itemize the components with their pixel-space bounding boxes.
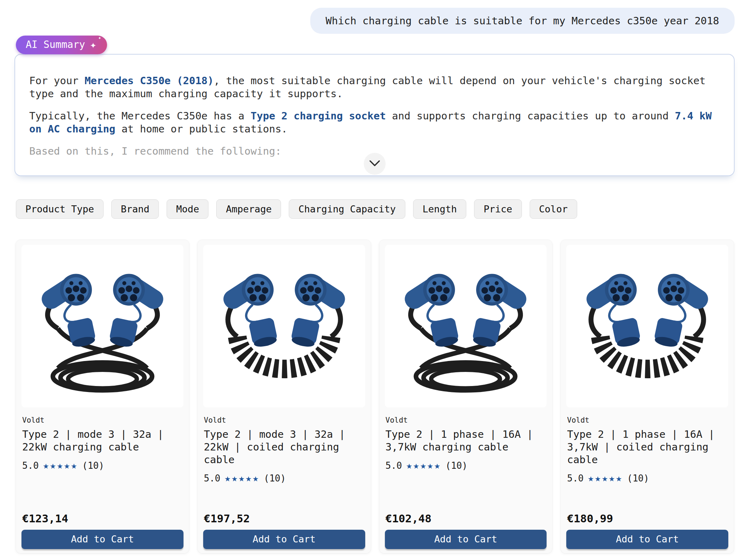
product-title: Type 2 | 1 phase | 16A | 3,7kW charging …: [386, 428, 547, 453]
review-count: (10): [82, 460, 104, 471]
add-to-cart-button[interactable]: Add to Cart: [566, 530, 728, 549]
filter-charging-capacity[interactable]: Charging Capacity: [289, 199, 405, 219]
product-title: Type 2 | mode 3 | 32a | 22kW charging ca…: [22, 428, 183, 453]
user-message-bubble: Which charging cable is suitable for my …: [310, 8, 735, 34]
product-card[interactable]: Voldt Type 2 | 1 phase | 16A | 3,7kW | c…: [561, 240, 734, 553]
product-card[interactable]: Voldt Type 2 | 1 phase | 16A | 3,7kW cha…: [379, 240, 553, 553]
product-rating: 5.0 ★★★★★ (10): [567, 472, 728, 484]
type2-ev-charging-cable-loop: [385, 245, 547, 407]
ai-summary-paragraph: Typically, the Mercedes C350e has a Type…: [29, 110, 720, 136]
type2-ev-charging-cable-spiral: [203, 245, 365, 407]
review-count: (10): [627, 473, 649, 484]
ai-summary-badge-label: AI Summary: [26, 39, 85, 50]
product-price: €180,99: [567, 502, 728, 525]
product-brand: Voldt: [386, 416, 547, 424]
star-rating-icon: ★★★★★: [588, 472, 623, 484]
review-count: (10): [264, 473, 286, 484]
product-brand: Voldt: [567, 416, 728, 424]
type2-ev-charging-cable-spiral: [566, 245, 728, 407]
sparkles-icon: ✦✦: [90, 39, 96, 50]
product-brand: Voldt: [204, 416, 365, 424]
product-price: €123,14: [22, 502, 183, 525]
review-count: (10): [445, 460, 468, 471]
ai-summary-badge: AI Summary ✦✦: [16, 36, 107, 54]
product-title: Type 2 | 1 phase | 16A | 3,7kW | coiled …: [567, 428, 728, 466]
rating-value: 5.0: [22, 460, 39, 471]
chat-row: Which charging cable is suitable for my …: [0, 0, 748, 34]
filter-brand[interactable]: Brand: [111, 199, 159, 219]
ai-summary-paragraphs: For your Mercedes C350e (2018), the most…: [29, 74, 720, 136]
filter-mode[interactable]: Mode: [167, 199, 208, 219]
filter-bar: Product TypeBrandModeAmperageCharging Ca…: [16, 199, 748, 219]
filter-product-type[interactable]: Product Type: [16, 199, 104, 219]
star-rating-icon: ★★★★★: [225, 472, 260, 484]
ai-summary-box: For your Mercedes C350e (2018), the most…: [14, 54, 735, 176]
rating-value: 5.0: [386, 460, 402, 471]
rating-value: 5.0: [567, 473, 584, 484]
product-title: Type 2 | mode 3 | 32a | 22kW | coiled ch…: [204, 428, 365, 466]
product-rating: 5.0 ★★★★★ (10): [204, 472, 365, 484]
type2-ev-charging-cable-loop: [21, 245, 183, 407]
filter-price[interactable]: Price: [474, 199, 522, 219]
product-rating: 5.0 ★★★★★ (10): [386, 460, 547, 471]
product-price: €102,48: [386, 502, 547, 525]
filter-amperage[interactable]: Amperage: [216, 199, 281, 219]
filter-color[interactable]: Color: [530, 199, 577, 219]
product-price: €197,52: [204, 502, 365, 525]
add-to-cart-button[interactable]: Add to Cart: [385, 530, 547, 549]
product-grid: Voldt Type 2 | mode 3 | 32a | 22kW charg…: [16, 240, 734, 553]
product-brand: Voldt: [22, 416, 183, 424]
badge-row: AI Summary ✦✦: [16, 36, 748, 54]
star-rating-icon: ★★★★★: [406, 460, 441, 471]
product-card[interactable]: Voldt Type 2 | mode 3 | 32a | 22kW charg…: [16, 240, 189, 553]
add-to-cart-button[interactable]: Add to Cart: [21, 530, 183, 549]
rating-value: 5.0: [204, 473, 220, 484]
ai-summary-paragraph: For your Mercedes C350e (2018), the most…: [29, 74, 720, 100]
add-to-cart-button[interactable]: Add to Cart: [203, 530, 365, 549]
expand-summary-button[interactable]: [364, 153, 386, 175]
chevron-down-icon: [368, 160, 381, 168]
product-rating: 5.0 ★★★★★ (10): [22, 460, 183, 471]
filter-length[interactable]: Length: [413, 199, 467, 219]
star-rating-icon: ★★★★★: [43, 460, 78, 471]
product-card[interactable]: Voldt Type 2 | mode 3 | 32a | 22kW | coi…: [198, 240, 371, 553]
